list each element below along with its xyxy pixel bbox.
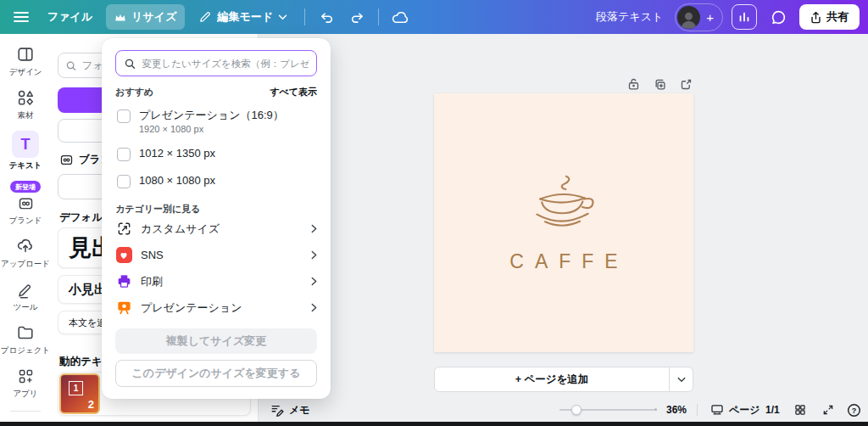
duplicate-and-resize-button[interactable]: 複製してサイズ変更 — [115, 328, 317, 354]
chevron-down-icon — [677, 377, 686, 383]
insights-button[interactable] — [732, 4, 757, 30]
size-option-label: 1012 × 1350 px — [139, 147, 215, 160]
design-page[interactable]: CAFFE — [434, 93, 693, 352]
new-badge: 新登場 — [10, 181, 41, 193]
lock-button[interactable] — [626, 76, 641, 92]
notes-label: メモ — [289, 403, 310, 418]
chevron-right-icon — [311, 277, 317, 286]
category-label: カスタムサイズ — [141, 221, 303, 237]
chevron-right-icon — [311, 224, 317, 233]
size-option-1080x1080[interactable]: 1080 × 1080 px — [115, 167, 317, 194]
pencil-icon — [198, 10, 212, 24]
crown-icon — [114, 13, 126, 22]
document-title[interactable]: 段落テキスト — [596, 9, 663, 25]
category-sns[interactable]: SNS — [115, 242, 317, 268]
checkbox[interactable] — [117, 175, 131, 188]
category-print[interactable]: 印刷 — [115, 268, 317, 294]
checkbox[interactable] — [117, 109, 131, 123]
category-label: SNS — [141, 249, 303, 261]
add-page-above-button[interactable] — [678, 76, 693, 92]
comments-button[interactable] — [765, 4, 791, 30]
cloud-save-status-button[interactable] — [387, 4, 413, 30]
zoom-slider[interactable] — [559, 398, 657, 422]
coffee-cup-logo[interactable] — [514, 172, 614, 245]
status-bar: メモ 36% ページ 1/1 ? — [259, 398, 868, 422]
undo-button[interactable] — [314, 4, 339, 30]
toolbar-divider — [378, 8, 379, 25]
size-option-presentation[interactable]: プレゼンテーション（16:9） 1920 × 1080 px — [115, 102, 317, 140]
resize-button[interactable]: リサイズ — [106, 4, 185, 30]
add-page-dropdown-button[interactable] — [669, 367, 693, 391]
expand-icon — [822, 404, 834, 416]
screen-bottom-edge — [0, 422, 868, 426]
folder-icon — [16, 322, 35, 343]
brand-kit-icon — [59, 153, 74, 167]
thumb-number-two: 2 — [88, 398, 94, 411]
zoom-slider-track[interactable] — [559, 409, 657, 411]
edit-mode-button[interactable]: 編集モード — [190, 4, 296, 30]
printer-icon — [115, 273, 132, 290]
add-page-split-button: + ページを追加 — [434, 367, 693, 392]
add-member-plus-icon: + — [706, 11, 714, 24]
category-header: カテゴリー別に見る — [115, 203, 317, 216]
add-page-label: + ページを追加 — [515, 373, 589, 387]
redo-button[interactable] — [344, 4, 370, 30]
account-add-member-button[interactable]: + — [675, 3, 723, 31]
sidebar-item-text[interactable]: T テキスト — [0, 131, 51, 171]
fullscreen-button[interactable] — [822, 398, 834, 422]
sidebar-item-tools[interactable]: ツール — [0, 279, 51, 313]
help-button[interactable]: ? — [847, 398, 861, 422]
pages-label: ページ — [729, 403, 760, 418]
page-number-thumbnail: 1 2 — [59, 373, 100, 414]
size-option-1012x1350[interactable]: 1012 × 1350 px — [115, 140, 317, 167]
sidebar-item-brand[interactable]: 新登場 ブランド — [0, 181, 51, 227]
comment-bubble-icon — [771, 9, 787, 25]
toolbar-divider — [304, 8, 305, 25]
sidebar-item-label: プロジェクト — [1, 345, 50, 356]
person-icon — [677, 8, 700, 29]
sidebar-item-design[interactable]: デザイン — [0, 44, 51, 78]
duplicate-page-button[interactable] — [652, 76, 667, 92]
sidebar-item-elements[interactable]: 素材 — [0, 87, 51, 121]
logo-text[interactable]: CAFFE — [498, 250, 628, 273]
pages-view-button[interactable]: ページ — [710, 398, 760, 422]
size-option-dimensions: 1920 × 1080 px — [139, 124, 284, 134]
show-all-link[interactable]: すべて表示 — [270, 86, 317, 98]
edit-mode-label: 編集モード — [217, 9, 273, 25]
duplicate-page-icon — [654, 78, 666, 91]
share-button[interactable]: 共有 — [799, 4, 860, 30]
sidebar-item-label: アップロード — [1, 259, 50, 270]
bar-chart-icon — [737, 10, 751, 24]
category-custom-size[interactable]: カスタムサイズ — [115, 216, 317, 242]
cloud-icon — [392, 10, 409, 24]
resize-button-label: リサイズ — [131, 9, 176, 25]
category-presentation[interactable]: プレゼンテーション — [115, 294, 317, 321]
resize-search-box[interactable] — [115, 50, 317, 76]
share-upload-icon — [810, 11, 821, 24]
sidebar-item-label: ツール — [14, 302, 38, 313]
lock-open-icon — [627, 77, 640, 91]
category-label: プレゼンテーション — [141, 300, 303, 316]
zoom-level[interactable]: 36% — [666, 398, 687, 422]
avatar — [677, 6, 700, 29]
grid-view-button[interactable] — [794, 398, 806, 422]
sidebar-item-projects[interactable]: プロジェクト — [0, 322, 51, 356]
chevron-right-icon — [311, 250, 317, 260]
add-page-button[interactable]: + ページを追加 — [435, 367, 669, 391]
sns-icon — [115, 247, 132, 264]
search-icon — [65, 59, 77, 72]
notes-button[interactable]: メモ — [270, 398, 310, 422]
notes-icon — [270, 403, 284, 417]
change-design-size-button[interactable]: このデザインのサイズを変更する — [115, 360, 317, 387]
page-indicator: 1/1 — [765, 398, 780, 422]
sidebar-item-apps[interactable]: アプリ — [0, 366, 51, 400]
chevron-right-icon — [311, 303, 317, 312]
file-menu-button[interactable]: ファイル — [39, 4, 101, 30]
zoom-slider-handle[interactable] — [571, 405, 581, 415]
sidebar-item-uploads[interactable]: アップロード — [0, 236, 51, 270]
left-sidebar: デザイン 素材 T テキスト 新登場 ブランド アップロード ツール プロジェク… — [0, 34, 51, 422]
resize-search-input[interactable] — [142, 59, 309, 69]
checkbox[interactable] — [117, 148, 131, 161]
hamburger-menu-button[interactable] — [8, 4, 34, 30]
page-controls — [626, 76, 693, 92]
